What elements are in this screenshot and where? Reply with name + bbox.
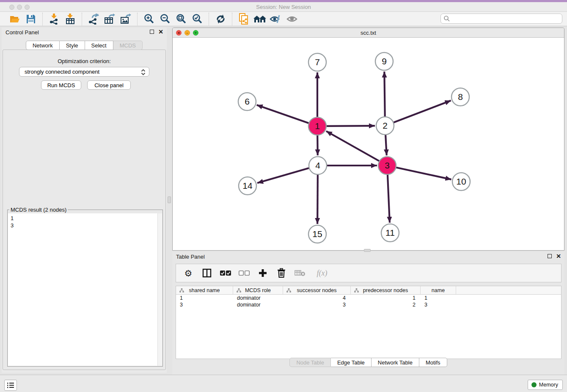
graph-node-label-3: 3	[385, 160, 390, 170]
column-header-predecessor-nodes[interactable]: predecessor nodes	[351, 286, 421, 294]
vertical-splitter-handle[interactable]	[168, 196, 171, 203]
node-table[interactable]: shared nameMCDS rolesuccessor nodesprede…	[176, 286, 561, 359]
tab-mcds[interactable]: MCDS	[113, 41, 143, 50]
table-toolbar: ⚙ f(x)	[176, 264, 561, 282]
table-panel-float-button[interactable]	[548, 254, 552, 258]
mcds-result-line: 3	[11, 222, 160, 229]
memory-button[interactable]: Memory	[528, 380, 563, 390]
memory-button-label: Memory	[539, 382, 558, 388]
delete-table-button-disabled[interactable]	[294, 267, 306, 279]
control-panel-tabs: NetworkStyleSelectMCDS	[2, 41, 167, 50]
table-settings-button[interactable]: ⚙	[182, 267, 195, 279]
import-table-button[interactable]	[62, 13, 78, 25]
select-all-columns-button[interactable]	[219, 267, 232, 279]
control-panel-title: Control Panel	[6, 29, 39, 36]
zoom-in-icon	[144, 14, 154, 24]
optimization-criterion-select[interactable]: strongly connected component	[19, 67, 149, 77]
control-panel-float-button[interactable]	[150, 30, 154, 34]
graph-node-label-9: 9	[382, 56, 387, 66]
table-cell[interactable]: 1	[176, 295, 233, 301]
search-input[interactable]	[440, 14, 562, 24]
delete-column-button[interactable]	[275, 267, 288, 279]
tab-style[interactable]: Style	[60, 41, 85, 50]
search-icon	[443, 15, 450, 22]
import-network-button[interactable]	[46, 13, 62, 25]
hierarchy-icon	[286, 288, 292, 293]
save-session-button[interactable]	[23, 13, 39, 25]
graph-node-label-14: 14	[242, 181, 253, 190]
table-cell[interactable]: dominator	[233, 295, 283, 301]
apply-layout-button[interactable]	[212, 13, 228, 25]
main-toolbar	[0, 12, 567, 26]
houses-icon	[253, 14, 267, 24]
split-columns-button[interactable]	[201, 267, 213, 279]
add-column-button[interactable]	[256, 267, 269, 279]
graph-edge-2-8[interactable]	[385, 101, 451, 126]
table-panel-tabs: Node TableEdge TableNetwork TableMotifs	[172, 358, 564, 367]
zoom-fit-button[interactable]	[173, 13, 189, 25]
mcds-result-scrollbar[interactable]	[157, 213, 162, 366]
table-cell[interactable]: 4	[283, 295, 351, 301]
zoom-selected-button[interactable]	[189, 13, 205, 25]
mcds-result-area[interactable]: 13	[8, 213, 162, 366]
table-row[interactable]: 1dominator411	[176, 295, 561, 301]
table-cell[interactable]: 3	[283, 301, 351, 308]
table-cell[interactable]: 3	[176, 301, 233, 308]
network-window-titlebar[interactable]: ✕ – + scc.txt	[173, 28, 564, 38]
graph-edge-3-1[interactable]	[326, 131, 387, 166]
export-image-button[interactable]	[118, 13, 134, 25]
column-header-shared-name[interactable]: shared name	[176, 286, 233, 294]
graph-edge-3-10[interactable]	[387, 166, 451, 179]
zoom-selected-icon	[192, 14, 203, 24]
node-table-body: 1dominator4113dominator323	[176, 295, 561, 308]
zoom-out-button[interactable]	[157, 13, 173, 25]
save-floppy-icon	[26, 14, 36, 24]
control-panel-close-button[interactable]: ✕	[158, 30, 163, 34]
table-cell[interactable]: 1	[351, 295, 421, 301]
close-panel-button[interactable]: Close panel	[87, 80, 131, 90]
tab-edge-table[interactable]: Edge Table	[331, 358, 372, 367]
export-network-button[interactable]	[85, 13, 102, 25]
table-row[interactable]: 3dominator323	[176, 301, 561, 308]
tab-motifs[interactable]: Motifs	[419, 358, 447, 367]
graph-canvas-svg[interactable]: 7968124314101511	[173, 38, 564, 251]
column-header-name[interactable]: name	[421, 286, 456, 294]
tab-node-table[interactable]: Node Table	[289, 358, 331, 367]
table-cell[interactable]: dominator	[233, 301, 283, 308]
table-cell[interactable]: 3	[421, 301, 456, 308]
graph-edge-4-14[interactable]	[257, 166, 318, 183]
show-details-button[interactable]	[284, 13, 300, 25]
tab-select[interactable]: Select	[85, 41, 113, 50]
memory-status-dot	[531, 382, 537, 387]
control-panel: Control Panel ✕ NetworkStyleSelectMCDS O…	[2, 28, 167, 373]
open-folder-icon	[9, 14, 20, 24]
task-history-button[interactable]	[4, 380, 17, 391]
run-mcds-button[interactable]: Run MCDS	[41, 80, 81, 90]
tab-network[interactable]: Network	[26, 41, 60, 50]
list-icon	[7, 382, 14, 389]
tab-network-table[interactable]: Network Table	[372, 358, 419, 367]
trash-icon	[277, 268, 286, 278]
graph-edge-1-6[interactable]	[257, 105, 317, 126]
export-image-icon	[120, 14, 131, 25]
control-panel-header: Control Panel ✕	[2, 28, 167, 39]
function-builder-button-disabled[interactable]: f(x)	[312, 267, 332, 279]
table-cell[interactable]: 1	[421, 295, 456, 301]
export-table-button[interactable]	[102, 13, 118, 25]
home-overview-button[interactable]	[252, 13, 268, 25]
network-file-button[interactable]	[236, 13, 252, 25]
hide-details-button[interactable]	[268, 13, 284, 25]
table-panel-close-button[interactable]: ✕	[556, 254, 561, 258]
graph-node-label-6: 6	[245, 97, 250, 106]
open-session-button[interactable]	[7, 13, 23, 25]
horizontal-splitter-handle[interactable]	[364, 249, 371, 252]
zoom-in-button[interactable]	[141, 13, 157, 25]
column-header-MCDS-role[interactable]: MCDS role	[233, 286, 283, 294]
column-header-label: MCDS role	[245, 287, 271, 293]
graph-node-label-11: 11	[385, 228, 395, 237]
table-cell[interactable]: 2	[351, 301, 421, 308]
deselect-all-columns-button[interactable]	[238, 267, 250, 279]
column-header-successor-nodes[interactable]: successor nodes	[283, 286, 351, 294]
graph-node-label-1: 1	[315, 121, 320, 131]
graph-node-label-10: 10	[456, 177, 466, 186]
